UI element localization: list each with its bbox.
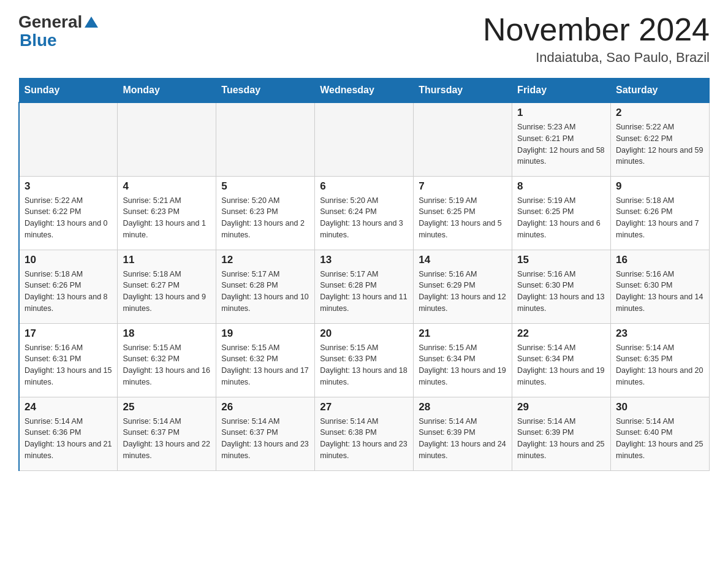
calendar-cell: 20Sunrise: 5:15 AM Sunset: 6:33 PM Dayli… bbox=[315, 323, 414, 397]
logo-general-text: General bbox=[18, 12, 82, 32]
calendar-week-row: 24Sunrise: 5:14 AM Sunset: 6:36 PM Dayli… bbox=[19, 397, 710, 470]
day-number: 6 bbox=[320, 180, 408, 193]
day-number: 20 bbox=[320, 327, 408, 340]
day-number: 3 bbox=[25, 180, 112, 193]
calendar-cell: 16Sunrise: 5:16 AM Sunset: 6:30 PM Dayli… bbox=[611, 250, 710, 323]
day-info: Sunrise: 5:15 AM Sunset: 6:34 PM Dayligh… bbox=[419, 342, 507, 388]
calendar-cell bbox=[118, 102, 216, 176]
day-number: 7 bbox=[419, 180, 507, 193]
calendar-cell: 6Sunrise: 5:20 AM Sunset: 6:24 PM Daylig… bbox=[315, 176, 414, 250]
day-number: 10 bbox=[25, 254, 112, 266]
calendar-cell: 18Sunrise: 5:15 AM Sunset: 6:32 PM Dayli… bbox=[118, 323, 216, 397]
calendar-cell: 28Sunrise: 5:14 AM Sunset: 6:39 PM Dayli… bbox=[414, 397, 512, 470]
page-header: General Blue November 2024 Indaiatuba, S… bbox=[18, 12, 710, 66]
calendar-cell: 23Sunrise: 5:14 AM Sunset: 6:35 PM Dayli… bbox=[611, 323, 710, 397]
calendar-cell: 12Sunrise: 5:17 AM Sunset: 6:28 PM Dayli… bbox=[216, 250, 315, 323]
day-number: 2 bbox=[616, 107, 704, 119]
day-info: Sunrise: 5:14 AM Sunset: 6:38 PM Dayligh… bbox=[320, 416, 408, 462]
calendar-week-row: 17Sunrise: 5:16 AM Sunset: 6:31 PM Dayli… bbox=[19, 323, 710, 397]
day-number: 4 bbox=[123, 180, 211, 193]
day-info: Sunrise: 5:21 AM Sunset: 6:23 PM Dayligh… bbox=[123, 195, 211, 241]
day-info: Sunrise: 5:17 AM Sunset: 6:28 PM Dayligh… bbox=[221, 269, 309, 315]
calendar-cell: 1Sunrise: 5:23 AM Sunset: 6:21 PM Daylig… bbox=[512, 102, 611, 176]
day-info: Sunrise: 5:18 AM Sunset: 6:27 PM Dayligh… bbox=[123, 269, 211, 315]
day-info: Sunrise: 5:22 AM Sunset: 6:22 PM Dayligh… bbox=[616, 121, 704, 167]
calendar-cell: 9Sunrise: 5:18 AM Sunset: 6:26 PM Daylig… bbox=[611, 176, 710, 250]
day-number: 29 bbox=[517, 401, 605, 413]
day-header-sunday: Sunday bbox=[19, 79, 118, 103]
day-header-saturday: Saturday bbox=[611, 79, 710, 103]
day-number: 28 bbox=[419, 401, 507, 413]
day-info: Sunrise: 5:14 AM Sunset: 6:39 PM Dayligh… bbox=[517, 416, 605, 462]
calendar-cell: 15Sunrise: 5:16 AM Sunset: 6:30 PM Dayli… bbox=[512, 250, 611, 323]
calendar-cell: 24Sunrise: 5:14 AM Sunset: 6:36 PM Dayli… bbox=[19, 397, 118, 470]
day-number: 8 bbox=[517, 180, 605, 193]
day-header-wednesday: Wednesday bbox=[315, 79, 414, 103]
calendar-week-row: 1Sunrise: 5:23 AM Sunset: 6:21 PM Daylig… bbox=[19, 102, 710, 176]
day-info: Sunrise: 5:14 AM Sunset: 6:35 PM Dayligh… bbox=[616, 342, 704, 388]
day-header-thursday: Thursday bbox=[414, 79, 512, 103]
calendar-cell: 3Sunrise: 5:22 AM Sunset: 6:22 PM Daylig… bbox=[19, 176, 118, 250]
day-number: 5 bbox=[221, 180, 309, 193]
calendar-cell: 17Sunrise: 5:16 AM Sunset: 6:31 PM Dayli… bbox=[19, 323, 118, 397]
calendar-cell: 2Sunrise: 5:22 AM Sunset: 6:22 PM Daylig… bbox=[611, 102, 710, 176]
calendar-cell: 10Sunrise: 5:18 AM Sunset: 6:26 PM Dayli… bbox=[19, 250, 118, 323]
calendar-cell bbox=[19, 102, 118, 176]
calendar-cell: 8Sunrise: 5:19 AM Sunset: 6:25 PM Daylig… bbox=[512, 176, 611, 250]
calendar-subtitle: Indaiatuba, Sao Paulo, Brazil bbox=[483, 50, 710, 66]
day-info: Sunrise: 5:19 AM Sunset: 6:25 PM Dayligh… bbox=[517, 195, 605, 241]
day-info: Sunrise: 5:14 AM Sunset: 6:39 PM Dayligh… bbox=[419, 416, 507, 462]
day-number: 25 bbox=[123, 401, 211, 413]
calendar-cell bbox=[315, 102, 414, 176]
day-info: Sunrise: 5:14 AM Sunset: 6:37 PM Dayligh… bbox=[221, 416, 309, 462]
day-info: Sunrise: 5:15 AM Sunset: 6:32 PM Dayligh… bbox=[221, 342, 309, 388]
calendar-cell: 22Sunrise: 5:14 AM Sunset: 6:34 PM Dayli… bbox=[512, 323, 611, 397]
logo-blue-text: Blue bbox=[20, 31, 57, 50]
day-info: Sunrise: 5:14 AM Sunset: 6:34 PM Dayligh… bbox=[517, 342, 605, 388]
day-header-tuesday: Tuesday bbox=[216, 79, 315, 103]
day-number: 15 bbox=[517, 254, 605, 266]
calendar-table: SundayMondayTuesdayWednesdayThursdayFrid… bbox=[18, 78, 710, 471]
title-block: November 2024 Indaiatuba, Sao Paulo, Bra… bbox=[483, 12, 710, 66]
day-number: 14 bbox=[419, 254, 507, 266]
calendar-cell: 11Sunrise: 5:18 AM Sunset: 6:27 PM Dayli… bbox=[118, 250, 216, 323]
logo: General Blue bbox=[18, 12, 98, 50]
day-info: Sunrise: 5:16 AM Sunset: 6:31 PM Dayligh… bbox=[25, 342, 112, 388]
day-number: 1 bbox=[517, 107, 605, 119]
day-info: Sunrise: 5:19 AM Sunset: 6:25 PM Dayligh… bbox=[419, 195, 507, 241]
day-header-monday: Monday bbox=[118, 79, 216, 103]
calendar-cell bbox=[414, 102, 512, 176]
day-info: Sunrise: 5:17 AM Sunset: 6:28 PM Dayligh… bbox=[320, 269, 408, 315]
day-number: 9 bbox=[616, 180, 704, 193]
day-info: Sunrise: 5:14 AM Sunset: 6:40 PM Dayligh… bbox=[616, 416, 704, 462]
day-info: Sunrise: 5:15 AM Sunset: 6:32 PM Dayligh… bbox=[123, 342, 211, 388]
day-info: Sunrise: 5:22 AM Sunset: 6:22 PM Dayligh… bbox=[25, 195, 112, 241]
calendar-cell: 13Sunrise: 5:17 AM Sunset: 6:28 PM Dayli… bbox=[315, 250, 414, 323]
day-number: 12 bbox=[221, 254, 309, 266]
day-info: Sunrise: 5:16 AM Sunset: 6:30 PM Dayligh… bbox=[616, 269, 704, 315]
day-info: Sunrise: 5:23 AM Sunset: 6:21 PM Dayligh… bbox=[517, 121, 605, 167]
day-number: 13 bbox=[320, 254, 408, 266]
calendar-cell bbox=[216, 102, 315, 176]
day-number: 11 bbox=[123, 254, 211, 266]
calendar-title: November 2024 bbox=[483, 12, 710, 47]
day-number: 17 bbox=[25, 327, 112, 340]
calendar-week-row: 10Sunrise: 5:18 AM Sunset: 6:26 PM Dayli… bbox=[19, 250, 710, 323]
day-header-friday: Friday bbox=[512, 79, 611, 103]
day-number: 18 bbox=[123, 327, 211, 340]
day-number: 27 bbox=[320, 401, 408, 413]
calendar-cell: 4Sunrise: 5:21 AM Sunset: 6:23 PM Daylig… bbox=[118, 176, 216, 250]
calendar-cell: 30Sunrise: 5:14 AM Sunset: 6:40 PM Dayli… bbox=[611, 397, 710, 470]
calendar-cell: 14Sunrise: 5:16 AM Sunset: 6:29 PM Dayli… bbox=[414, 250, 512, 323]
day-number: 30 bbox=[616, 401, 704, 413]
calendar-header-row: SundayMondayTuesdayWednesdayThursdayFrid… bbox=[19, 79, 710, 103]
day-info: Sunrise: 5:16 AM Sunset: 6:29 PM Dayligh… bbox=[419, 269, 507, 315]
calendar-week-row: 3Sunrise: 5:22 AM Sunset: 6:22 PM Daylig… bbox=[19, 176, 710, 250]
day-number: 21 bbox=[419, 327, 507, 340]
day-info: Sunrise: 5:20 AM Sunset: 6:23 PM Dayligh… bbox=[221, 195, 309, 241]
day-info: Sunrise: 5:18 AM Sunset: 6:26 PM Dayligh… bbox=[616, 195, 704, 241]
calendar-cell: 21Sunrise: 5:15 AM Sunset: 6:34 PM Dayli… bbox=[414, 323, 512, 397]
day-number: 19 bbox=[221, 327, 309, 340]
day-number: 24 bbox=[25, 401, 112, 413]
day-number: 22 bbox=[517, 327, 605, 340]
